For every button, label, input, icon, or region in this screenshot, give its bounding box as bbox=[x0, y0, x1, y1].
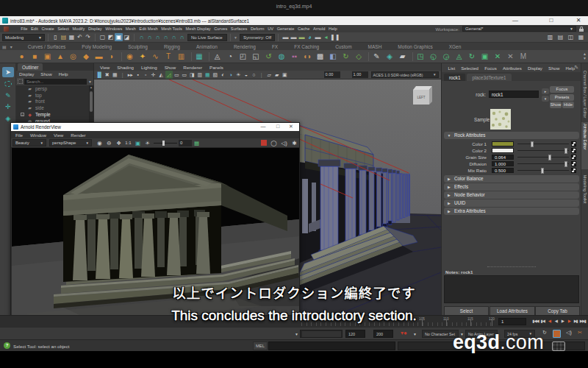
value-field[interactable]: 1.000 bbox=[492, 161, 514, 167]
panel-toggle-icon[interactable]: ▤ bbox=[556, 33, 564, 41]
panel-toggle-icon[interactable]: ▥ bbox=[546, 33, 554, 41]
statusline-icon[interactable]: ▦ bbox=[68, 33, 76, 41]
shelf-tool-icon[interactable]: ▪▪ bbox=[289, 52, 300, 62]
shelf-tool-icon[interactable] bbox=[368, 52, 369, 61]
slider-handle[interactable] bbox=[531, 141, 534, 147]
close-button[interactable]: ✕ bbox=[569, 17, 588, 24]
slider-handle[interactable] bbox=[564, 148, 567, 154]
slider-handle[interactable] bbox=[541, 168, 544, 174]
viewport-menu[interactable]: Lighting bbox=[138, 65, 160, 70]
viewport-toolbar-icon[interactable]: ▦ bbox=[111, 71, 119, 79]
menu-item[interactable]: Mesh Tools bbox=[159, 26, 184, 31]
outliner-search-input[interactable]: Search... bbox=[24, 79, 87, 85]
shelf-scroll-arrows[interactable]: ▲▼ bbox=[583, 52, 587, 60]
shelf-tool-icon[interactable]: ◧ bbox=[328, 52, 339, 62]
shelf-tool-icon[interactable] bbox=[191, 52, 192, 61]
arnold-title-bar[interactable]: Arnold RenderView — □ ✕ bbox=[11, 123, 299, 131]
outliner-item[interactable]: ▰ front bbox=[16, 99, 89, 105]
lock-icon[interactable] bbox=[579, 26, 584, 32]
menu-item[interactable]: Deform bbox=[249, 26, 266, 31]
workspace-select[interactable]: General*▼ bbox=[462, 26, 576, 32]
hide-button[interactable]: Hide bbox=[562, 102, 574, 108]
shelf-tool-icon[interactable]: ◍ bbox=[276, 52, 287, 62]
arnold-menu[interactable]: View bbox=[51, 132, 66, 138]
menu-item[interactable]: Arnold bbox=[312, 26, 327, 31]
viewport-toolbar-icon[interactable]: ☀ bbox=[234, 71, 243, 79]
live-surface-field[interactable]: No Live Surface bbox=[187, 34, 227, 41]
viewport-toolbar-icon[interactable]: ▱ bbox=[265, 71, 273, 79]
shelf-tool-icon[interactable]: ◬ bbox=[212, 52, 223, 62]
texture-map-icon[interactable] bbox=[571, 168, 576, 173]
shelf-tool-icon[interactable]: ● bbox=[16, 52, 27, 62]
viewport-toolbar-icon[interactable]: ▦ bbox=[204, 71, 212, 79]
viewport-menu[interactable]: View bbox=[97, 65, 112, 70]
shelf-tool-icon[interactable]: ∿ bbox=[150, 52, 161, 62]
statusline-icon[interactable]: ▣ bbox=[115, 33, 123, 41]
section-rock-attributes[interactable]: ▼Rock Attributes bbox=[444, 132, 579, 139]
section-node-behavior[interactable]: ▶Node Behavior bbox=[444, 191, 579, 199]
snap-icon[interactable]: ∩ bbox=[146, 33, 154, 41]
viewport-toolbar-icon[interactable]: ▸▸ bbox=[126, 71, 135, 79]
viewport-menu[interactable]: Renderer bbox=[180, 65, 205, 70]
audio-icon[interactable]: ◁) bbox=[279, 140, 289, 146]
attribute-editor-tab[interactable]: place3dTexture1 bbox=[467, 74, 511, 81]
shelf-tab[interactable]: Sculpting bbox=[120, 43, 156, 50]
outliner-item[interactable]: ▰ side bbox=[16, 105, 89, 111]
shelf-tab[interactable]: Motion Graphics bbox=[390, 43, 440, 50]
dropdown-icon[interactable]: ▼ bbox=[413, 332, 417, 336]
shelf-tool-icon[interactable]: ◱ bbox=[251, 52, 262, 62]
render-icon[interactable]: ◂ bbox=[322, 33, 330, 41]
viewport-menu[interactable]: Panels bbox=[207, 65, 226, 70]
shelf-tab[interactable]: Curves / Surfaces bbox=[20, 43, 74, 50]
render-icon[interactable]: ▬ bbox=[282, 33, 290, 41]
mel-command-input[interactable] bbox=[268, 342, 395, 350]
shelf-tab[interactable]: MASH bbox=[360, 43, 390, 50]
colorspace-select[interactable]: ACES 1.0 SDR-video (sRGB)▼ bbox=[371, 71, 439, 78]
settings-gear-icon[interactable]: ✱ bbox=[290, 140, 299, 146]
shelf-tool-icon[interactable]: ↻ bbox=[340, 52, 351, 62]
shelf-tool-icon[interactable]: ◔ bbox=[225, 52, 236, 62]
outliner-item[interactable]: ▰ persp bbox=[16, 85, 89, 92]
attribute-editor-menu[interactable]: Display bbox=[525, 66, 545, 71]
exposure-slider[interactable] bbox=[154, 143, 177, 144]
menu-item[interactable]: Surfaces bbox=[229, 26, 249, 31]
attribute-editor-menu[interactable]: Attributes bbox=[500, 66, 524, 71]
menu-item[interactable]: Edit bbox=[29, 26, 40, 31]
shelf-tool-icon[interactable]: ▣ bbox=[42, 52, 53, 62]
viewport-toolbar-icon[interactable]: ▭ bbox=[173, 71, 181, 79]
texture-map-icon[interactable] bbox=[571, 161, 576, 166]
statusline-icon[interactable]: ◩ bbox=[107, 33, 115, 41]
texture-map-icon[interactable] bbox=[571, 155, 576, 160]
abort-render-icon[interactable] bbox=[261, 140, 267, 146]
side-tab-attribute-editor[interactable]: Attribute Editor bbox=[581, 122, 588, 169]
start-ipr-icon[interactable]: ◉ bbox=[95, 140, 104, 146]
menu-item[interactable]: Help bbox=[327, 26, 339, 31]
notes-divider[interactable] bbox=[487, 266, 536, 267]
viewport-toolbar-icon[interactable]: ▧ bbox=[212, 71, 220, 79]
shelf-tab[interactable]: Animation bbox=[188, 43, 226, 50]
slider-track[interactable] bbox=[517, 157, 569, 158]
snap-icon[interactable]: ∩ bbox=[137, 33, 146, 41]
shelf-tool-icon[interactable]: ◎ bbox=[68, 52, 79, 62]
texture-map-icon[interactable] bbox=[571, 148, 576, 153]
menu-item[interactable]: Edit Mesh bbox=[137, 26, 159, 31]
value-field[interactable]: 0.500 bbox=[492, 168, 514, 174]
outliner-tab[interactable]: Outliner bbox=[18, 63, 43, 71]
menu-item[interactable]: Windows bbox=[104, 26, 124, 31]
shelf-tool-icon[interactable]: ◳ bbox=[415, 52, 426, 62]
presets-button[interactable]: Presets bbox=[550, 94, 574, 101]
shelf-tab[interactable]: XGen bbox=[441, 43, 470, 50]
slider-handle[interactable] bbox=[548, 155, 551, 160]
panel-toggle-icon[interactable]: ▦ bbox=[577, 33, 585, 41]
shelf-tool-icon[interactable]: T bbox=[163, 52, 174, 62]
shelf-tool-icon[interactable]: ▩ bbox=[315, 52, 326, 62]
shelf-tool-icon[interactable]: ↺ bbox=[263, 52, 274, 62]
statusline-icon[interactable]: ▢ bbox=[98, 33, 107, 41]
viewport-toolbar-icon[interactable]: | bbox=[258, 71, 266, 79]
exposure-field[interactable]: 0.00 bbox=[324, 71, 340, 78]
viewport-toolbar-icon[interactable]: ○ bbox=[250, 71, 258, 79]
view-cube-face-label[interactable]: LEFT bbox=[417, 96, 425, 99]
outliner-menu[interactable]: Show bbox=[40, 71, 51, 77]
maximize-button[interactable]: □ bbox=[542, 17, 561, 24]
side-tab-modeling-toolkit[interactable]: Modeling Toolkit bbox=[581, 174, 588, 219]
